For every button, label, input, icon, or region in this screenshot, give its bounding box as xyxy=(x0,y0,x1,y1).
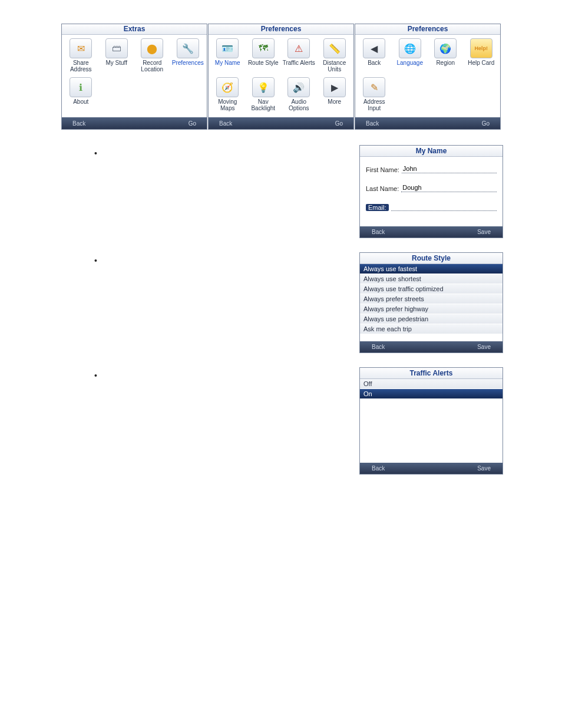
last-name-field[interactable] xyxy=(401,184,497,192)
share-address-icon: ✉ xyxy=(70,38,92,58)
menu-item-preferences[interactable]: 🔧Preferences xyxy=(170,37,206,76)
back-button[interactable]: Back xyxy=(366,120,379,127)
menu-item-label: Help Card xyxy=(468,60,494,66)
menu-item-nav-backlight[interactable]: 💡Nav Backlight xyxy=(246,76,282,115)
device-title: Preferences xyxy=(355,24,500,35)
more-icon: ▶ xyxy=(323,77,346,97)
audio-options-icon: 🔊 xyxy=(287,77,310,97)
menu-item-region[interactable]: 🌍Region xyxy=(428,37,464,76)
list-option[interactable]: Off xyxy=(360,379,503,389)
menu-item-help-card[interactable]: Help!Help Card xyxy=(464,37,500,76)
save-button[interactable]: Save xyxy=(477,229,491,235)
about-icon: ℹ xyxy=(70,77,92,97)
menu-item-label: Moving Maps xyxy=(211,98,244,111)
panel-title: Traffic Alerts xyxy=(360,368,503,379)
menu-item-record-location[interactable]: ⬤Record Location xyxy=(134,37,170,76)
menu-item-distance-units[interactable]: 📏Distance Units xyxy=(317,37,353,76)
menu-item-my-stuff[interactable]: 🗃My Stuff xyxy=(99,37,135,76)
my-name-icon: 🪪 xyxy=(216,38,239,58)
menu-item-label: Nav Backlight xyxy=(247,98,280,111)
menu-item-route-style[interactable]: 🗺Route Style xyxy=(246,37,282,76)
route-style-icon: 🗺 xyxy=(252,38,275,58)
back-button[interactable]: Back xyxy=(72,120,85,127)
menu-item-label: About xyxy=(73,98,88,105)
menu-item-label: Distance Units xyxy=(318,60,351,73)
traffic-alerts-panel: Traffic Alerts OffOn Back Save xyxy=(359,367,503,475)
address-input-icon: ✎ xyxy=(363,77,385,97)
list-option[interactable]: Ask me each trip xyxy=(360,324,503,334)
route-style-panel: Route Style Always use fastestAlways use… xyxy=(359,252,503,353)
menu-item-label: Region xyxy=(436,60,455,66)
menu-item-about[interactable]: ℹAbout xyxy=(63,76,99,115)
menu-item-label: My Name xyxy=(215,60,240,66)
bullet-icon: • xyxy=(94,256,97,265)
list-option[interactable]: Always prefer streets xyxy=(360,294,503,304)
device-screenshot: Preferences🪪My Name🗺Route Style⚠Traffic … xyxy=(208,24,354,130)
device-screenshot: Extras✉Share Address🗃My Stuff⬤Record Loc… xyxy=(61,24,207,130)
distance-units-icon: 📏 xyxy=(323,38,346,58)
menu-item-more[interactable]: ▶More xyxy=(317,76,353,115)
region-icon: 🌍 xyxy=(434,38,457,58)
list-option[interactable]: Always use fastest xyxy=(360,264,503,274)
menu-item-share-address[interactable]: ✉Share Address xyxy=(63,37,99,76)
menu-item-label: Share Address xyxy=(64,60,97,73)
menu-item-traffic-alerts[interactable]: ⚠Traffic Alerts xyxy=(281,37,317,76)
menu-item-address-input[interactable]: ✎Address Input xyxy=(356,76,392,115)
help-card-icon: Help! xyxy=(470,38,492,58)
email-field[interactable] xyxy=(391,203,497,211)
menu-item-my-name[interactable]: 🪪My Name xyxy=(210,37,246,76)
email-label: Email: xyxy=(366,204,389,211)
menu-item-label: Preferences xyxy=(172,60,204,66)
list-option[interactable]: Always use traffic optimized xyxy=(360,284,503,294)
back-button[interactable]: Back xyxy=(372,465,385,472)
first-name-field[interactable] xyxy=(402,165,497,173)
device-screenshot: Preferences◀Back🌐Language🌍RegionHelp!Hel… xyxy=(355,24,501,130)
menu-item-label: Language xyxy=(397,60,424,66)
bullet-icon: • xyxy=(94,149,97,158)
go-button[interactable]: Go xyxy=(335,120,343,127)
menu-item-label: Traffic Alerts xyxy=(283,60,315,66)
record-location-icon: ⬤ xyxy=(141,38,163,58)
menu-item-label: Route Style xyxy=(248,60,279,66)
first-name-label: First Name: xyxy=(366,166,399,173)
bullet-icon: • xyxy=(94,371,97,380)
device-title: Extras xyxy=(62,24,207,35)
save-button[interactable]: Save xyxy=(477,344,491,350)
list-option[interactable]: Always prefer highway xyxy=(360,304,503,314)
list-option[interactable]: On xyxy=(360,389,503,399)
preferences-icon: 🔧 xyxy=(177,38,199,58)
menu-item-language[interactable]: 🌐Language xyxy=(392,37,428,76)
menu-item-label: Address Input xyxy=(358,98,391,111)
language-icon: 🌐 xyxy=(399,38,421,58)
menu-item-label: More xyxy=(328,98,341,105)
menu-item-back[interactable]: ◀Back xyxy=(356,37,392,76)
menu-item-label: Back xyxy=(368,60,381,66)
menu-item-label: Audio Options xyxy=(282,98,315,111)
back-button[interactable]: Back xyxy=(372,229,385,235)
back-button[interactable]: Back xyxy=(372,344,385,350)
last-name-label: Last Name: xyxy=(366,185,399,192)
device-title: Preferences xyxy=(209,24,353,35)
back-button[interactable]: Back xyxy=(219,120,232,127)
traffic-alerts-icon: ⚠ xyxy=(287,38,310,58)
menu-item-moving-maps[interactable]: 🧭Moving Maps xyxy=(210,76,246,115)
my-name-panel: My Name First Name: Last Name: Email: Ba… xyxy=(359,145,503,238)
list-option[interactable]: Always use pedestrian xyxy=(360,314,503,324)
panel-title: Route Style xyxy=(360,253,503,264)
menu-item-label: My Stuff xyxy=(106,60,128,66)
my-stuff-icon: 🗃 xyxy=(105,38,128,58)
save-button[interactable]: Save xyxy=(477,465,491,472)
nav-backlight-icon: 💡 xyxy=(252,77,275,97)
menu-item-audio-options[interactable]: 🔊Audio Options xyxy=(281,76,317,115)
panel-title: My Name xyxy=(360,146,503,157)
list-option[interactable]: Always use shortest xyxy=(360,274,503,284)
menu-item-label: Record Location xyxy=(135,60,168,73)
go-button[interactable]: Go xyxy=(189,120,196,127)
moving-maps-icon: 🧭 xyxy=(216,77,239,97)
back-icon: ◀ xyxy=(363,38,385,58)
go-button[interactable]: Go xyxy=(482,120,490,127)
